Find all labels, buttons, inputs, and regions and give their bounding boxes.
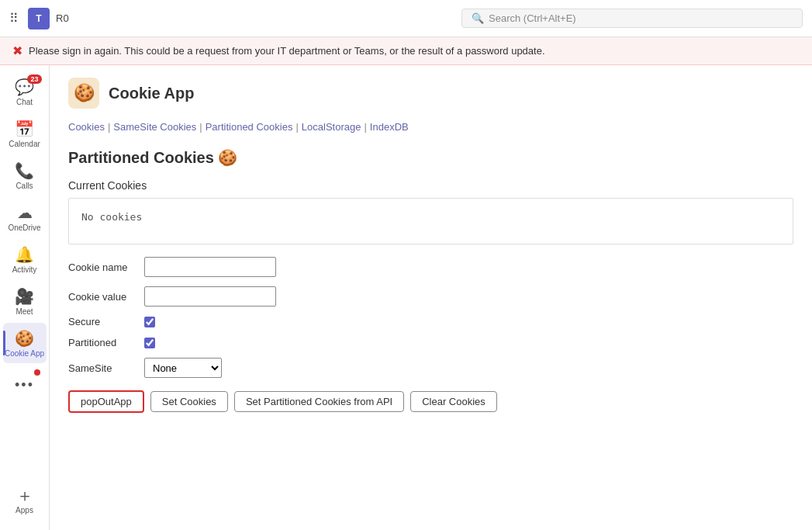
partitioned-row: Partitioned <box>68 337 793 348</box>
clear-cookies-button[interactable]: Clear Cookies <box>410 391 497 412</box>
content-area: 🍪 Cookie App Cookies | SameSite Cookies … <box>50 65 812 530</box>
sidebar: 💬 Chat 23 📅 Calendar 📞 Calls ☁ OneDrive … <box>0 65 50 530</box>
set-cookies-button[interactable]: Set Cookies <box>150 391 228 412</box>
more-dot-badge <box>34 369 40 376</box>
sidebar-item-onedrive[interactable]: ☁ OneDrive <box>3 197 47 237</box>
meet-icon: 🎥 <box>15 287 34 306</box>
samesite-select[interactable]: None Lax Strict <box>144 358 222 378</box>
cookie-value-input[interactable] <box>144 286 276 307</box>
nav-link-cookies[interactable]: Cookies <box>68 121 105 133</box>
sidebar-label-chat: Chat <box>16 98 33 106</box>
topbar: ⠿ T R0 🔍 Search (Ctrl+Alt+E) <box>0 0 812 37</box>
sidebar-item-meet[interactable]: 🎥 Meet <box>3 281 47 321</box>
calendar-icon: 📅 <box>15 120 34 138</box>
page-title: Partitioned Cookies 🍪 <box>68 148 793 167</box>
cookie-name-input[interactable] <box>144 257 276 277</box>
search-bar[interactable]: 🔍 Search (Ctrl+Alt+E) <box>461 9 803 28</box>
nav-links: Cookies | SameSite Cookies | Partitioned… <box>68 121 793 133</box>
apps-icon: ＋ <box>16 487 33 504</box>
alert-icon: ✖ <box>12 43 22 58</box>
sidebar-item-apps[interactable]: ＋ Apps <box>3 480 47 521</box>
pop-out-app-button[interactable]: popOutApp <box>68 390 144 413</box>
nav-link-partitioned[interactable]: Partitioned Cookies <box>206 121 293 133</box>
secure-checkbox[interactable] <box>144 317 155 327</box>
teams-logo: T <box>28 8 50 29</box>
sidebar-label-onedrive: OneDrive <box>8 223 40 232</box>
sidebar-label-activity: Activity <box>12 265 37 274</box>
nav-link-samesite[interactable]: SameSite Cookies <box>113 121 196 133</box>
chat-badge: 23 <box>27 74 41 84</box>
secure-label: Secure <box>68 316 138 327</box>
alert-bar: ✖ Please sign in again. This could be a … <box>0 37 812 65</box>
sidebar-item-chat[interactable]: 💬 Chat 23 <box>3 71 47 112</box>
partitioned-checkbox[interactable] <box>144 338 155 348</box>
secure-row: Secure <box>68 316 793 327</box>
main-layout: 💬 Chat 23 📅 Calendar 📞 Calls ☁ OneDrive … <box>0 65 812 530</box>
sidebar-label-meet: Meet <box>16 307 33 316</box>
buttons-row: popOutApp Set Cookies Set Partitioned Co… <box>68 390 793 413</box>
partitioned-label: Partitioned <box>68 337 138 348</box>
sidebar-item-calls[interactable]: 📞 Calls <box>3 155 47 196</box>
nav-link-localstorage[interactable]: LocalStorage <box>302 121 361 133</box>
cookie-name-label: Cookie name <box>68 262 138 273</box>
tenant-id: R0 <box>56 12 69 24</box>
cookie-app-icon: 🍪 <box>15 329 34 348</box>
calls-icon: 📞 <box>15 161 34 180</box>
activity-icon: 🔔 <box>15 245 34 264</box>
cookie-value-label: Cookie value <box>68 291 138 303</box>
sidebar-item-calendar[interactable]: 📅 Calendar <box>3 113 47 154</box>
cookie-display-box: No cookies <box>68 198 793 244</box>
nav-link-indexdb[interactable]: IndexDB <box>370 121 409 133</box>
sidebar-label-apps: Apps <box>16 506 33 514</box>
cookie-name-row: Cookie name <box>68 257 793 277</box>
set-partitioned-cookies-button[interactable]: Set Partitioned Cookies from API <box>234 391 404 412</box>
onedrive-icon: ☁ <box>17 203 33 222</box>
app-logo: 🍪 <box>68 78 99 109</box>
search-icon: 🔍 <box>472 12 484 24</box>
no-cookies-text: No cookies <box>81 211 142 223</box>
search-placeholder: Search (Ctrl+Alt+E) <box>489 12 576 24</box>
samesite-label: SameSite <box>68 362 138 374</box>
app-title: Cookie App <box>109 85 194 102</box>
grid-icon[interactable]: ⠿ <box>9 11 19 26</box>
sidebar-label-calendar: Calendar <box>9 140 40 148</box>
app-header: 🍪 Cookie App <box>68 78 793 109</box>
sidebar-item-activity[interactable]: 🔔 Activity <box>3 239 47 279</box>
cookie-value-row: Cookie value <box>68 286 793 307</box>
sidebar-label-cookie-app: Cookie App <box>5 349 44 358</box>
sidebar-item-cookie-app[interactable]: 🍪 Cookie App <box>3 323 47 363</box>
section-label: Current Cookies <box>68 179 793 192</box>
alert-message: Please sign in again. This could be a re… <box>29 45 545 57</box>
sidebar-item-more[interactable]: ••• <box>3 365 47 405</box>
samesite-row: SameSite None Lax Strict <box>68 358 793 378</box>
sidebar-label-calls: Calls <box>16 182 33 190</box>
